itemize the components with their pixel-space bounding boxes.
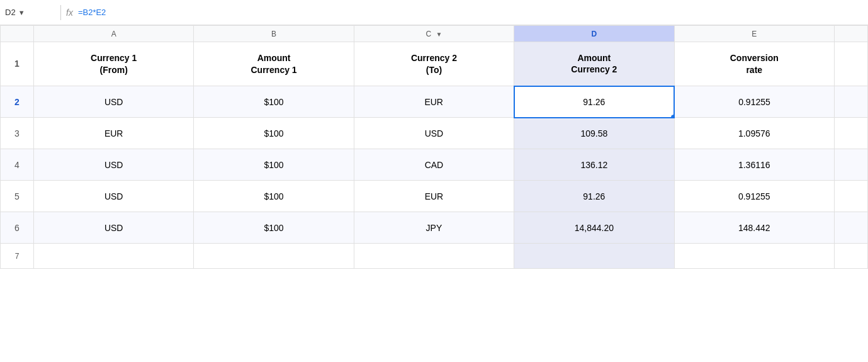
cell-b7[interactable] bbox=[194, 244, 354, 269]
cell-a1[interactable]: Currency 1(From) bbox=[33, 42, 193, 86]
cell-a3[interactable]: EUR bbox=[33, 118, 193, 149]
cell-e3[interactable]: 1.09576 bbox=[674, 118, 834, 149]
column-header-row: A B C ▼ D E bbox=[1, 26, 868, 42]
cell-extra-3 bbox=[834, 118, 867, 149]
spreadsheet: A B C ▼ D E 1 Currency 1(From) AmountCur… bbox=[0, 25, 868, 269]
cell-b6[interactable]: $100 bbox=[194, 212, 354, 244]
cell-d5[interactable]: 91.26 bbox=[514, 181, 674, 212]
cell-b5[interactable]: $100 bbox=[194, 181, 354, 212]
corner-cell bbox=[1, 26, 34, 42]
col-c-label: C bbox=[426, 30, 432, 38]
col-header-d[interactable]: D bbox=[514, 26, 674, 42]
cell-ref-value: D2 bbox=[5, 8, 16, 17]
cell-b4[interactable]: $100 bbox=[194, 149, 354, 181]
table-row: 3 EUR $100 USD 109.58 1.09576 bbox=[1, 118, 868, 149]
col-header-e[interactable]: E bbox=[674, 26, 834, 42]
cell-e5[interactable]: 0.91255 bbox=[674, 181, 834, 212]
row-header-2: 2 bbox=[1, 86, 34, 118]
row-header-3: 3 bbox=[1, 118, 34, 149]
cell-d1[interactable]: AmountCurrency 2 bbox=[514, 42, 674, 86]
cell-extra-4 bbox=[834, 149, 867, 181]
col-header-b[interactable]: B bbox=[194, 26, 354, 42]
cell-e4[interactable]: 1.36116 bbox=[674, 149, 834, 181]
cell-c6[interactable]: JPY bbox=[354, 212, 514, 244]
cell-d6[interactable]: 14,844.20 bbox=[514, 212, 674, 244]
cell-extra-7 bbox=[834, 244, 867, 269]
cell-extra-2 bbox=[834, 86, 867, 118]
cell-b1[interactable]: AmountCurrency 1 bbox=[194, 42, 354, 86]
cell-c2[interactable]: EUR bbox=[354, 86, 514, 118]
cell-a2[interactable]: USD bbox=[33, 86, 193, 118]
col-header-c[interactable]: C ▼ bbox=[354, 26, 514, 42]
cell-c1[interactable]: Currency 2(To) bbox=[354, 42, 514, 86]
cell-e6[interactable]: 148.442 bbox=[674, 212, 834, 244]
cell-ref-dropdown-icon[interactable]: ▼ bbox=[18, 9, 25, 16]
table-row: 4 USD $100 CAD 136.12 1.36116 bbox=[1, 149, 868, 181]
cell-d4[interactable]: 136.12 bbox=[514, 149, 674, 181]
table-header-row: 1 Currency 1(From) AmountCurrency 1 Curr… bbox=[1, 42, 868, 86]
cell-c4[interactable]: CAD bbox=[354, 149, 514, 181]
spreadsheet-table: A B C ▼ D E 1 Currency 1(From) AmountCur… bbox=[0, 25, 868, 269]
cell-e7[interactable] bbox=[674, 244, 834, 269]
formula-content[interactable]: =B2*E2 bbox=[78, 8, 106, 17]
row-header-1: 1 bbox=[1, 42, 34, 86]
row-header-5: 5 bbox=[1, 181, 34, 212]
cell-d7[interactable] bbox=[514, 244, 674, 269]
cell-a5[interactable]: USD bbox=[33, 181, 193, 212]
formula-bar: D2 ▼ fx =B2*E2 bbox=[0, 0, 868, 25]
row-header-4: 4 bbox=[1, 149, 34, 181]
cell-extra-1 bbox=[834, 42, 867, 86]
cell-d3[interactable]: 109.58 bbox=[514, 118, 674, 149]
cell-a4[interactable]: USD bbox=[33, 149, 193, 181]
row-header-7: 7 bbox=[1, 244, 34, 269]
cell-c3[interactable]: USD bbox=[354, 118, 514, 149]
fx-label: fx bbox=[66, 8, 73, 18]
cell-d2[interactable]: 91.26 bbox=[514, 86, 674, 118]
cell-b2[interactable]: $100 bbox=[194, 86, 354, 118]
cell-e2[interactable]: 0.91255 bbox=[674, 86, 834, 118]
col-header-extra bbox=[834, 26, 867, 42]
table-row: 6 USD $100 JPY 14,844.20 148.442 bbox=[1, 212, 868, 244]
filter-dropdown-icon[interactable]: ▼ bbox=[436, 31, 442, 38]
cell-extra-6 bbox=[834, 212, 867, 244]
table-row: 5 USD $100 EUR 91.26 0.91255 bbox=[1, 181, 868, 212]
cell-reference-box[interactable]: D2 ▼ bbox=[5, 8, 55, 17]
row-header-6: 6 bbox=[1, 212, 34, 244]
table-row: 2 USD $100 EUR 91.26 0.91255 bbox=[1, 86, 868, 118]
table-row: 7 bbox=[1, 244, 868, 269]
cell-c7[interactable] bbox=[354, 244, 514, 269]
col-header-a[interactable]: A bbox=[33, 26, 193, 42]
cell-e1[interactable]: Conversionrate bbox=[674, 42, 834, 86]
cell-b3[interactable]: $100 bbox=[194, 118, 354, 149]
cell-a6[interactable]: USD bbox=[33, 212, 193, 244]
cell-a7[interactable] bbox=[33, 244, 193, 269]
cell-extra-5 bbox=[834, 181, 867, 212]
cell-c5[interactable]: EUR bbox=[354, 181, 514, 212]
formula-bar-divider bbox=[60, 5, 61, 20]
